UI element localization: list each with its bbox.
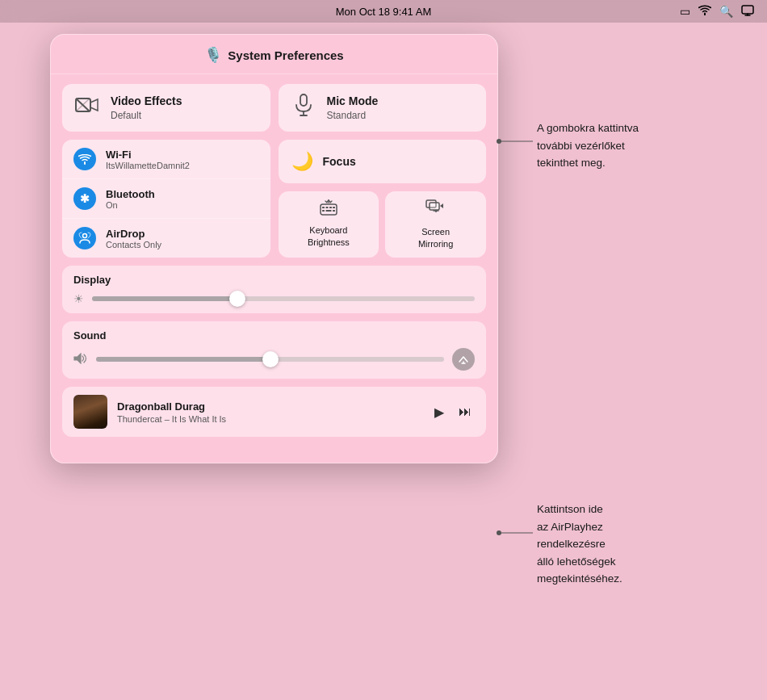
display-slider-track[interactable] [92,296,475,301]
wifi-icon[interactable] [698,5,711,18]
svg-rect-21 [325,210,331,212]
focus-moon-icon: 🌙 [291,151,313,172]
top-row: Video Effects Default Mic Mode Standard [62,84,486,132]
svg-rect-20 [322,210,325,212]
airdrop-subtitle: Contacts Only [106,240,161,249]
svg-rect-6 [300,94,307,106]
mic-mode-card[interactable]: Mic Mode Standard [279,84,487,132]
svg-line-14 [330,201,332,203]
bluetooth-subtitle: On [106,200,155,210]
svg-rect-16 [322,207,325,208]
top-annotation-text: A gombokra kattintvatovábbi vezérlőkette… [537,122,639,169]
bluetooth-text: Bluetooth On [106,188,155,210]
search-icon[interactable]: 🔍 [719,5,733,18]
mic-mode-icon [290,94,317,122]
airdrop-text: AirDrop Contacts Only [106,228,161,249]
airdrop-title: AirDrop [106,228,161,240]
music-section: Dragonball Durag Thundercat – It Is What… [62,387,486,437]
play-button[interactable]: ▶ [431,401,447,423]
middle-row: Wi-Fi ItsWillametteDamnit2 ✱ Bluetooth O… [62,140,486,258]
bluetooth-title: Bluetooth [106,188,155,200]
music-title: Dragonball Durag [117,400,421,413]
svg-rect-24 [430,203,439,210]
video-effects-icon [73,95,101,120]
airplay-button[interactable] [452,348,475,371]
sound-section: Sound [62,321,486,379]
wifi-title: Wi-Fi [106,149,190,161]
menubar: Mon Oct 18 9:41 AM ▭ 🔍 [0,0,767,23]
keyboard-brightness-icon [319,199,338,220]
wifi-item[interactable]: Wi-Fi ItsWillametteDamnit2 [62,140,270,178]
music-artist: Thundercat – It Is What It Is [117,414,421,424]
focus-card[interactable]: 🌙 Focus [279,140,487,183]
airdrop-item[interactable]: AirDrop Contacts Only [62,218,270,258]
bottom-annotation-text: Kattintson ideaz AirPlayhezrendelkezésre… [537,503,622,585]
fast-forward-button[interactable]: ⏭ [455,401,475,422]
svg-point-32 [497,530,501,535]
display-section: Display ☀ [62,266,486,313]
panel-title: System Preferences [228,48,343,62]
keyboard-brightness-label: KeyboardBrightness [308,224,350,248]
video-effects-text: Video Effects Default [111,94,182,121]
svg-rect-18 [329,207,332,208]
sound-slider-fill [96,357,270,362]
album-art-image [73,395,107,429]
svg-rect-17 [325,207,328,208]
bluetooth-item[interactable]: ✱ Bluetooth On [62,178,270,218]
menubar-time: Mon Oct 18 9:41 AM [336,6,432,18]
small-cards-row: KeyboardBrightness [279,191,487,258]
display-icon[interactable] [741,5,754,19]
music-info: Dragonball Durag Thundercat – It Is What… [117,400,421,424]
video-effects-card[interactable]: Video Effects Default [62,84,270,132]
panel-header: 🎙️ System Preferences [51,35,497,74]
top-annotation: A gombokra kattintvatovábbi vezérlőkette… [537,119,639,172]
keyboard-brightness-card[interactable]: KeyboardBrightness [279,191,379,258]
screen-mirroring-label: ScreenMirroring [418,226,453,249]
svg-rect-15 [321,204,337,215]
screen-mirroring-card[interactable]: ScreenMirroring [385,191,486,258]
right-col: 🌙 Focus [279,140,487,258]
bluetooth-icon: ✱ [73,187,96,210]
display-slider-thumb[interactable] [229,291,245,307]
panel-header-icon: 🎙️ [204,46,222,64]
wifi-item-text: Wi-Fi ItsWillametteDamnit2 [106,149,190,170]
video-effects-subtitle: Default [111,110,182,121]
album-art [73,395,107,429]
video-effects-title: Video Effects [111,94,182,108]
mic-mode-title: Mic Mode [327,94,379,108]
bottom-annotation: Kattintson ideaz AirPlayhezrendelkezésre… [537,501,622,588]
mic-mode-subtitle: Standard [327,110,379,121]
control-center-panel: 🎙️ System Preferences Video Effects Defa… [50,34,498,463]
sound-volume-icon [73,353,88,367]
menubar-right: ▭ 🔍 [680,5,754,19]
network-card: Wi-Fi ItsWillametteDamnit2 ✱ Bluetooth O… [62,140,270,258]
sound-slider-track[interactable] [96,357,444,362]
svg-point-9 [83,234,87,238]
svg-rect-22 [333,210,335,212]
wifi-subtitle: ItsWillametteDamnit2 [106,161,190,170]
display-slider-row: ☀ [73,292,475,305]
display-label: Display [73,274,475,286]
panel-content: Video Effects Default Mic Mode Standard [51,74,497,446]
focus-title: Focus [323,155,356,168]
svg-line-13 [325,201,327,203]
screen-mirroring-icon [425,199,446,221]
wifi-item-icon [73,148,96,170]
display-brightness-low-icon: ☀ [73,292,84,305]
music-controls: ▶ ⏭ [431,401,475,423]
svg-rect-19 [333,207,335,208]
sound-label: Sound [73,329,475,342]
svg-rect-0 [742,6,753,14]
sound-slider-row [73,348,475,371]
airdrop-icon [73,227,96,249]
sound-slider-thumb[interactable] [262,351,279,367]
battery-icon: ▭ [680,5,690,18]
mic-mode-text: Mic Mode Standard [327,94,379,121]
display-slider-fill [92,296,237,301]
